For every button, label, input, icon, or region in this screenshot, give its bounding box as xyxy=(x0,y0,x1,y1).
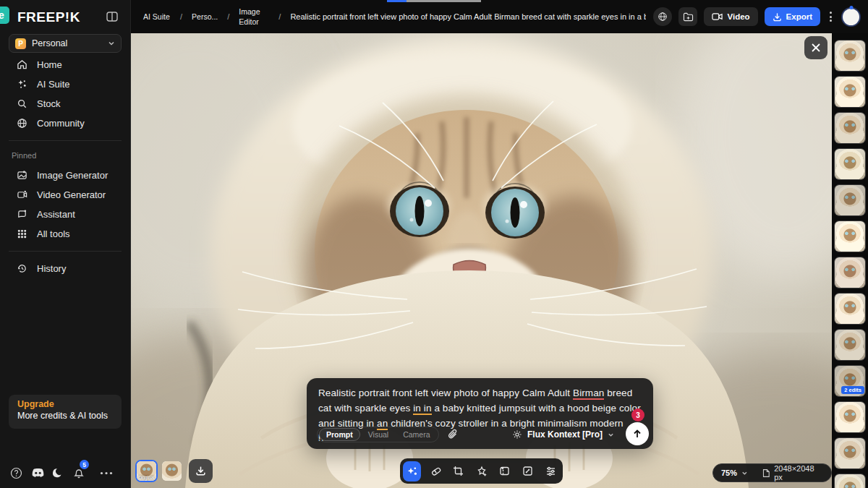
image-dimensions: 2048×2048 px xyxy=(774,464,823,481)
workspace-selector[interactable]: P Personal xyxy=(9,34,122,53)
sidebar-item-community[interactable]: Community xyxy=(0,114,130,133)
history-thumbnail[interactable] xyxy=(834,76,866,108)
sidebar-item-all-tools[interactable]: All tools xyxy=(0,224,130,244)
sidebar-item-history[interactable]: History xyxy=(0,259,130,278)
breadcrumb-current-prompt[interactable]: Realistic portrait front left view photo… xyxy=(290,12,646,21)
sidebar-item-label: Video Generator xyxy=(37,189,106,200)
version-thumb-original[interactable]: Original xyxy=(135,460,158,482)
export-button[interactable]: Export xyxy=(765,7,820,26)
notifications-bell[interactable]: 5 xyxy=(73,465,94,481)
history-thumbnail[interactable] xyxy=(834,293,866,325)
history-thumbnail[interactable] xyxy=(834,257,866,288)
gear-icon xyxy=(512,429,522,440)
tab-camera[interactable]: Camera xyxy=(396,429,436,440)
send-prompt-button[interactable] xyxy=(626,422,649,445)
sidebar-item-video-generator[interactable]: Video Generator xyxy=(0,185,130,205)
thumbnail-image xyxy=(835,474,865,488)
model-selector[interactable]: Flux Kontext [Pro] xyxy=(512,429,614,440)
sidebar-item-label: History xyxy=(37,263,66,274)
freepik-logo[interactable]: FREEP!K xyxy=(17,9,80,25)
workspace-label: Personal xyxy=(32,38,102,48)
tab-visual[interactable]: Visual xyxy=(362,429,395,440)
version-thumbnails: Original xyxy=(135,459,213,483)
thumbnail-image xyxy=(835,257,865,288)
zoom-level-dropdown[interactable]: 75% xyxy=(721,468,737,477)
header-actions: Video Export xyxy=(653,0,861,33)
download-version-button[interactable] xyxy=(189,459,213,483)
video-button[interactable]: Video xyxy=(704,7,757,26)
history-thumbnail[interactable] xyxy=(834,474,866,488)
history-thumbnail[interactable] xyxy=(834,112,866,144)
breadcrumb-image-editor[interactable]: Image Editor xyxy=(239,7,269,27)
sidebar-item-label: Image Generator xyxy=(37,170,108,181)
thumbnail-image xyxy=(835,330,865,360)
image-icon xyxy=(17,170,27,181)
user-avatar[interactable] xyxy=(841,7,861,27)
kebab-menu-icon[interactable] xyxy=(827,12,835,22)
history-thumbnail[interactable] xyxy=(834,40,866,72)
original-label: Original xyxy=(137,475,156,480)
prompt-segment-flagged[interactable]: in in xyxy=(413,403,431,415)
history-thumbnail[interactable] xyxy=(834,437,866,469)
left-sidebar: FREEP!K P Personal Home AI Suite Stock xyxy=(0,0,131,488)
sparkle-icon xyxy=(17,79,27,90)
model-label: Flux Kontext [Pro] xyxy=(527,429,603,440)
extension-letter: e xyxy=(0,9,4,21)
close-editor-button[interactable] xyxy=(804,36,827,59)
generation-history-panel[interactable]: 2 edits xyxy=(832,33,868,488)
help-icon[interactable] xyxy=(10,465,31,481)
sidebar-item-home[interactable]: Home xyxy=(0,55,130,74)
notification-count-badge: 5 xyxy=(80,460,89,469)
add-to-folder-button[interactable] xyxy=(678,7,697,26)
eraser-icon xyxy=(430,466,441,477)
sidebar-divider xyxy=(9,251,122,252)
history-thumbnail[interactable] xyxy=(834,148,866,180)
history-thumbnail[interactable] xyxy=(834,401,866,433)
discord-icon[interactable] xyxy=(31,465,52,481)
thumbnail-image xyxy=(835,113,865,143)
tool-crop[interactable] xyxy=(449,461,467,481)
freepik-image-editor-app: e FREEP!K P Personal Home AI Suite Stock xyxy=(0,0,868,488)
chevron-down-icon[interactable] xyxy=(741,470,748,476)
sidebar-item-ai-suite[interactable]: AI Suite xyxy=(0,74,130,94)
file-icon xyxy=(762,468,770,478)
history-thumbnail-with-edits[interactable]: 2 edits xyxy=(834,365,866,397)
sidebar-item-stock[interactable]: Stock xyxy=(0,94,130,114)
globe-icon xyxy=(17,118,27,129)
history-thumbnail[interactable] xyxy=(834,221,866,252)
suggestion-count-badge[interactable]: 3 xyxy=(631,408,644,421)
tool-magic-edit[interactable] xyxy=(472,461,490,481)
language-globe-button[interactable] xyxy=(653,7,672,26)
history-thumbnail[interactable] xyxy=(834,184,866,216)
prompt-segment-flagged[interactable]: Birman xyxy=(573,388,604,400)
more-icon[interactable] xyxy=(100,465,121,481)
tool-ai-select[interactable] xyxy=(403,461,421,481)
upgrade-card[interactable]: Upgrade More credits & AI tools xyxy=(9,395,122,429)
download-icon xyxy=(195,466,206,476)
collapse-panel-icon[interactable] xyxy=(106,10,119,23)
thumbnail-image xyxy=(835,438,865,468)
attach-file-button[interactable] xyxy=(448,429,459,440)
tool-adjust[interactable] xyxy=(542,461,560,481)
tool-scale[interactable] xyxy=(519,461,537,481)
editor-canvas[interactable]: Realistic portrait front left view photo… xyxy=(131,33,832,488)
top-bar: AI Suite / Perso... / Image Editor / Rea… xyxy=(131,0,868,33)
sidebar-item-image-generator[interactable]: Image Generator xyxy=(0,166,130,185)
breadcrumb-separator: / xyxy=(227,12,229,21)
tool-eraser[interactable] xyxy=(426,461,444,481)
upgrade-subtitle: More credits & AI tools xyxy=(17,411,113,421)
export-button-label: Export xyxy=(786,12,812,21)
tool-flip[interactable] xyxy=(495,461,514,481)
history-thumbnail[interactable] xyxy=(834,329,866,361)
home-icon xyxy=(17,59,27,70)
prompt-box[interactable]: Realistic portrait front left view photo… xyxy=(307,378,653,449)
browser-extension-badge[interactable]: e xyxy=(0,7,9,24)
version-thumb-edited[interactable] xyxy=(161,460,183,482)
upgrade-title: Upgrade xyxy=(17,399,113,409)
breadcrumb-ai-suite[interactable]: AI Suite xyxy=(143,12,171,22)
breadcrumb-personal[interactable]: Perso... xyxy=(192,12,218,22)
sidebar-item-label: Home xyxy=(37,59,62,70)
moon-icon[interactable] xyxy=(52,465,73,481)
tab-prompt[interactable]: Prompt xyxy=(319,428,360,441)
sidebar-item-assistant[interactable]: Assistant xyxy=(0,205,130,224)
